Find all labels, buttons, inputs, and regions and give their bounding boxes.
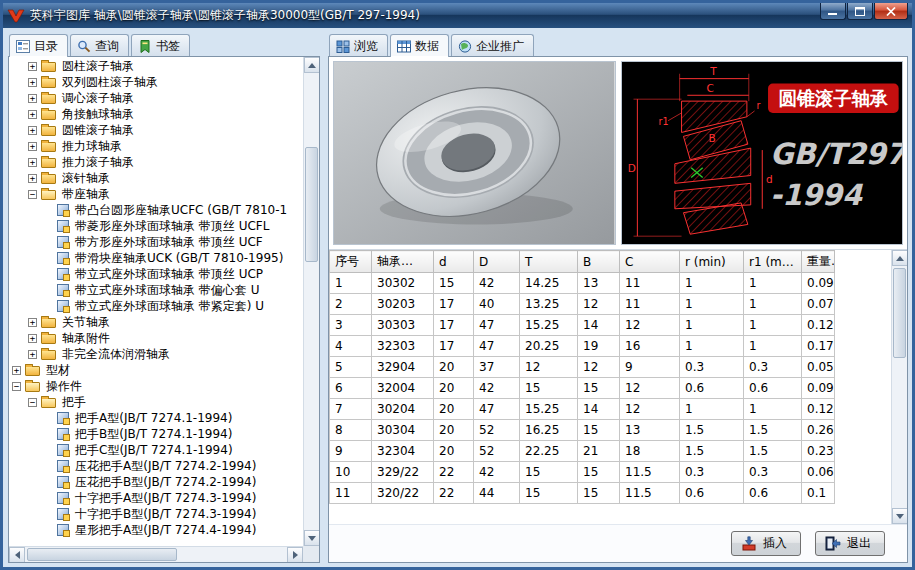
minimize-button[interactable]	[820, 3, 846, 20]
close-button[interactable]	[874, 3, 908, 20]
table-scroll-up-arrow[interactable]	[892, 250, 907, 266]
tree-item[interactable]: 把手C型(JB/T 7274.1-1994)	[9, 442, 303, 458]
tree-horizontal-scrollbar[interactable]	[9, 546, 303, 562]
tree-item[interactable]: 压花把手A型(JB/T 7274.2-1994)	[9, 458, 303, 474]
tree-item-label: 十字把手A型(JB/T 7274.3-1994)	[73, 490, 258, 507]
tree-item[interactable]: +双列圆柱滚子轴承	[9, 74, 303, 90]
exit-button[interactable]: 退出	[815, 531, 885, 556]
table-cell: 0.095	[802, 378, 835, 399]
column-header[interactable]: D	[474, 251, 520, 273]
table-row[interactable]: 730204204715.251412110.126	[330, 399, 835, 420]
table-row[interactable]: 432303174720.251916110.173	[330, 336, 835, 357]
insert-button[interactable]: 插入	[731, 531, 801, 556]
collapse-icon[interactable]: −	[28, 190, 37, 199]
tree-item[interactable]: 压花把手B型(JB/T 7274.2-1994)	[9, 474, 303, 490]
table-row[interactable]: 10329/222242151511.50.30.30.065	[330, 462, 835, 483]
table-cell: 10	[330, 462, 372, 483]
tree-item[interactable]: 把手A型(JB/T 7274.1-1994)	[9, 410, 303, 426]
tree-item[interactable]: +推力滚子轴承	[9, 154, 303, 170]
tree-vertical-scrollbar[interactable]	[303, 57, 319, 546]
table-row[interactable]: 63200420421515120.60.60.095	[330, 378, 835, 399]
tab-data[interactable]: 数据	[390, 34, 449, 57]
maximize-button[interactable]	[847, 3, 873, 20]
tree-scrollbar-thumb[interactable]	[305, 147, 318, 262]
catalog-icon	[16, 40, 30, 53]
tab-browse[interactable]: 浏览	[329, 34, 388, 57]
tree-item[interactable]: +推力球轴承	[9, 138, 303, 154]
tab-promotion[interactable]: 企业推广	[451, 34, 534, 57]
expand-icon[interactable]: +	[28, 126, 37, 135]
expand-icon[interactable]: +	[28, 94, 37, 103]
column-header[interactable]: r (min)	[680, 251, 744, 273]
collapse-icon[interactable]: −	[28, 398, 37, 407]
tree-item[interactable]: +型材	[9, 362, 303, 378]
tree-item[interactable]: +滚针轴承	[9, 170, 303, 186]
table-cell: 11.5	[620, 462, 680, 483]
collapse-icon[interactable]: −	[12, 382, 21, 391]
expand-icon[interactable]: +	[28, 350, 37, 359]
tree-item-label: 把手A型(JB/T 7274.1-1994)	[73, 410, 234, 427]
expand-icon[interactable]: +	[28, 158, 37, 167]
tree-item[interactable]: 带凸台圆形座轴承UCFC (GB/T 7810-1	[9, 202, 303, 218]
tree-item[interactable]: 带立式座外球面球轴承 带顶丝 UCP	[9, 266, 303, 282]
tree-item[interactable]: +圆锥滚子轴承	[9, 122, 303, 138]
expand-icon[interactable]: +	[12, 366, 21, 375]
tab-bookmark[interactable]: 书签	[131, 34, 190, 57]
tree-item[interactable]: −把手	[9, 394, 303, 410]
scroll-left-arrow[interactable]	[9, 547, 25, 563]
tree-item[interactable]: 把手B型(JB/T 7274.1-1994)	[9, 426, 303, 442]
tab-catalog-label: 目录	[34, 38, 58, 55]
expand-icon[interactable]: +	[28, 78, 37, 87]
part-icon	[57, 300, 69, 312]
open-folder-icon	[41, 398, 56, 408]
tree-item[interactable]: +关节轴承	[9, 314, 303, 330]
scroll-right-arrow[interactable]	[287, 547, 303, 563]
tree-item[interactable]: 带立式座外球面球轴承 带偏心套 U	[9, 282, 303, 298]
table-vertical-scrollbar[interactable]	[891, 250, 907, 524]
tree-item[interactable]: −带座轴承	[9, 186, 303, 202]
tree-item[interactable]: 带立式座外球面球轴承 带紧定套) U	[9, 298, 303, 314]
table-row[interactable]: 11320/222244151511.50.60.60.1	[330, 483, 835, 504]
expand-icon[interactable]: +	[28, 142, 37, 151]
tree-item[interactable]: +角接触球轴承	[9, 106, 303, 122]
column-header[interactable]: T	[520, 251, 578, 273]
column-header[interactable]: C	[620, 251, 680, 273]
expand-icon[interactable]: +	[28, 318, 37, 327]
column-header[interactable]: B	[578, 251, 620, 273]
table-row[interactable]: 830304205216.2515131.51.50.26	[330, 420, 835, 441]
table-scroll-down-arrow[interactable]	[892, 508, 907, 524]
table-row[interactable]: 932304205222.2521181.51.50.23	[330, 441, 835, 462]
tree-item[interactable]: −操作件	[9, 378, 303, 394]
tree-item[interactable]: +调心滚子轴承	[9, 90, 303, 106]
column-header[interactable]: d	[434, 251, 474, 273]
column-header[interactable]: 轴承…	[372, 251, 434, 273]
table-scrollbar-thumb[interactable]	[893, 268, 906, 358]
tree-item[interactable]: 十字把手A型(JB/T 7274.3-1994)	[9, 490, 303, 506]
expand-icon[interactable]: +	[28, 62, 37, 71]
tree-item[interactable]: +轴承附件	[9, 330, 303, 346]
tree-item[interactable]: 星形把手A型(JB/T 7274.4-1994)	[9, 522, 303, 538]
column-header[interactable]: r1 (m…	[744, 251, 802, 273]
tree-hscrollbar-thumb[interactable]	[27, 548, 177, 561]
tree-item[interactable]: 带方形座外球面球轴承 带顶丝 UCF	[9, 234, 303, 250]
tree-item[interactable]: 带菱形座外球面球轴承 带顶丝 UCFL	[9, 218, 303, 234]
table-row[interactable]: 130302154214.251311110.094	[330, 273, 835, 294]
tree-item[interactable]: +非完全流体润滑轴承	[9, 346, 303, 362]
scroll-down-arrow[interactable]	[304, 530, 320, 546]
tree-item[interactable]: +圆柱滚子轴承	[9, 58, 303, 74]
scroll-up-arrow[interactable]	[304, 57, 320, 73]
tree-item[interactable]: 十字把手B型(JB/T 7274.3-1994)	[9, 506, 303, 522]
expand-icon[interactable]: +	[28, 174, 37, 183]
tree-item[interactable]: 带滑块座轴承UCK (GB/T 7810-1995)	[9, 250, 303, 266]
expand-icon[interactable]: +	[28, 334, 37, 343]
column-header[interactable]: 序号	[330, 251, 372, 273]
table-row[interactable]: 5329042037121290.30.30.056	[330, 357, 835, 378]
table-row[interactable]: 330303174715.251412110.129	[330, 315, 835, 336]
tree-item-label: 推力球轴承	[60, 138, 124, 155]
column-header[interactable]: 重量…	[802, 251, 835, 273]
table-row[interactable]: 230203174013.251211110.079	[330, 294, 835, 315]
title-bar[interactable]: 英科宇图库 轴承\圆锥滚子轴承\圆锥滚子轴承30000型(GB/T 297-19…	[3, 3, 912, 28]
expand-icon[interactable]: +	[28, 110, 37, 119]
tab-search[interactable]: 查询	[70, 34, 129, 57]
tab-catalog[interactable]: 目录	[9, 34, 68, 57]
